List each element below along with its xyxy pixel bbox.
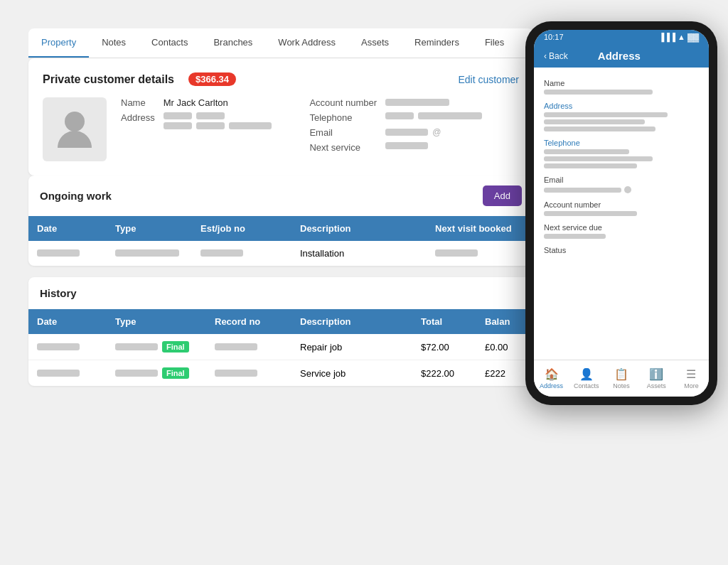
tab-bar: Property Notes Contacts Branches Work Ad… bbox=[28, 28, 533, 58]
phone-name-value bbox=[544, 90, 653, 95]
history-section: History Date Type Record no Description … bbox=[28, 277, 533, 386]
chevron-left-icon: ‹ bbox=[544, 51, 547, 61]
final-badge-2: Final bbox=[162, 367, 189, 379]
phone-status-label: Status bbox=[544, 246, 699, 254]
phone-signal-icons: ▐▐▐ ▲ ▓▓ bbox=[659, 33, 699, 41]
h-col-total: Total bbox=[412, 309, 476, 334]
h-col-date: Date bbox=[28, 309, 107, 334]
history-row-2[interactable]: Final Service job $222.00 £222 bbox=[28, 360, 533, 386]
ongoing-table-header: Date Type Est/job no Description Next vi… bbox=[28, 216, 533, 241]
tab-work-address[interactable]: Work Address bbox=[265, 28, 348, 58]
col-date: Date bbox=[28, 216, 107, 241]
h2-date bbox=[28, 361, 107, 386]
more-icon: ☰ bbox=[686, 367, 696, 381]
ongoing-row[interactable]: Installation bbox=[28, 241, 533, 266]
telephone-value bbox=[385, 112, 519, 123]
phone-screen-title: Address bbox=[568, 50, 670, 62]
phone-next-service-value bbox=[544, 234, 606, 239]
phone-name-label: Name bbox=[544, 79, 699, 87]
back-label: Back bbox=[549, 51, 568, 61]
avatar bbox=[43, 97, 107, 161]
add-button[interactable]: Add bbox=[483, 185, 522, 206]
phone-next-service-label: Next service due bbox=[544, 223, 699, 232]
h1-total: $72.00 bbox=[412, 335, 476, 360]
tab-notes[interactable]: Notes bbox=[89, 28, 139, 58]
phone-email-value bbox=[544, 186, 699, 193]
h-col-type: Type bbox=[107, 309, 206, 334]
h1-balance: £0.00 bbox=[476, 335, 533, 360]
telephone-label: Telephone bbox=[309, 112, 377, 123]
email-label: Email bbox=[309, 127, 377, 138]
h2-record bbox=[206, 361, 291, 386]
edit-customer-link[interactable]: Edit customer bbox=[458, 74, 519, 85]
bottom-nav-more-label: More bbox=[684, 382, 699, 389]
history-title: History bbox=[40, 287, 77, 299]
history-row-1[interactable]: Final Repair job $72.00 £0.00 bbox=[28, 334, 533, 360]
assets-icon: ℹ️ bbox=[649, 367, 663, 381]
customer-details-card: Private customer details $366.34 Edit cu… bbox=[28, 58, 533, 176]
bottom-nav-more[interactable]: ☰ More bbox=[674, 360, 709, 397]
name-value: Mr Jack Carlton bbox=[164, 97, 296, 108]
address-label: Address bbox=[121, 112, 155, 129]
home-icon: 🏠 bbox=[545, 367, 559, 381]
tab-property[interactable]: Property bbox=[28, 28, 89, 58]
h1-description: Repair job bbox=[291, 335, 412, 360]
bottom-nav-address-label: Address bbox=[540, 382, 563, 389]
tab-assets[interactable]: Assets bbox=[348, 28, 402, 58]
next-service-value bbox=[385, 142, 519, 153]
notes-icon: 📋 bbox=[614, 367, 628, 381]
phone-address-value bbox=[544, 112, 699, 131]
back-button[interactable]: ‹ Back bbox=[544, 51, 568, 61]
bottom-nav-assets-label: Assets bbox=[647, 382, 666, 389]
bottom-nav-contacts[interactable]: 👤 Contacts bbox=[569, 360, 604, 397]
h2-type: Final bbox=[107, 360, 206, 386]
h1-record bbox=[206, 335, 291, 360]
h2-balance: £222 bbox=[476, 361, 533, 386]
phone-content: Name Address Telephone Email bbox=[534, 68, 709, 360]
bottom-nav-notes-label: Notes bbox=[613, 382, 630, 389]
h-col-record: Record no bbox=[206, 309, 291, 334]
h-col-balance: Balan bbox=[476, 309, 533, 334]
contacts-icon: 👤 bbox=[579, 367, 594, 381]
email-value: @ bbox=[385, 127, 519, 138]
final-badge-1: Final bbox=[162, 341, 189, 353]
tab-branches[interactable]: Branches bbox=[200, 28, 265, 58]
name-label: Name bbox=[121, 97, 155, 108]
row-date bbox=[28, 241, 107, 266]
next-service-label: Next service bbox=[309, 142, 377, 153]
phone-nav: ‹ Back Address bbox=[534, 44, 709, 68]
h-col-description: Description bbox=[291, 309, 412, 334]
svg-point-0 bbox=[65, 112, 85, 131]
bottom-nav-notes[interactable]: 📋 Notes bbox=[604, 360, 638, 397]
tab-contacts[interactable]: Contacts bbox=[139, 28, 200, 58]
phone-telephone-link[interactable]: Telephone bbox=[544, 139, 699, 147]
ongoing-title: Ongoing work bbox=[40, 190, 112, 202]
col-estjob: Est/job no bbox=[192, 216, 291, 241]
row-estjob bbox=[192, 241, 291, 266]
phone-bottom-nav: 🏠 Address 👤 Contacts 📋 Notes ℹ️ Assets ☰ bbox=[534, 360, 709, 397]
phone-telephone-value bbox=[544, 149, 699, 168]
customer-section-title: Private customer details bbox=[43, 73, 174, 86]
h2-description: Service job bbox=[291, 361, 412, 386]
account-value bbox=[385, 97, 519, 108]
h2-total: $222.00 bbox=[412, 361, 476, 386]
tab-files[interactable]: Files bbox=[472, 28, 517, 58]
phone-time: 10:17 bbox=[544, 33, 564, 41]
row-next-visit bbox=[427, 241, 533, 266]
tab-reminders[interactable]: Reminders bbox=[402, 28, 472, 58]
phone-address-link[interactable]: Address bbox=[544, 102, 699, 110]
phone-status-bar: 10:17 ▐▐▐ ▲ ▓▓ bbox=[534, 30, 709, 44]
customer-info-left: Name Mr Jack Carlton Address bbox=[121, 97, 295, 161]
phone-account-value bbox=[544, 211, 637, 216]
phone-email-label: Email bbox=[544, 176, 699, 184]
customer-info-right: Account number Telephone Email @ bbox=[309, 97, 519, 161]
col-description: Description bbox=[291, 216, 427, 241]
address-value bbox=[164, 112, 296, 129]
row-description: Installation bbox=[291, 241, 427, 266]
bottom-nav-address[interactable]: 🏠 Address bbox=[534, 360, 569, 397]
ongoing-work-section: Ongoing work Add Date Type Est/job no De… bbox=[28, 176, 533, 266]
bottom-nav-assets[interactable]: ℹ️ Assets bbox=[639, 360, 674, 397]
col-next-visit: Next visit booked bbox=[427, 216, 533, 241]
col-type: Type bbox=[107, 216, 192, 241]
account-label: Account number bbox=[309, 97, 377, 108]
